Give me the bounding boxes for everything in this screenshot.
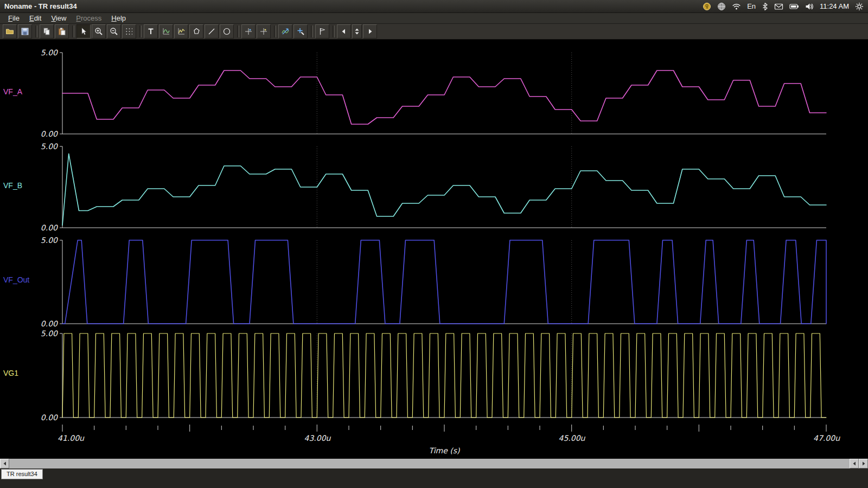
marker-flag-button[interactable] bbox=[315, 24, 329, 38]
waveform-plot-area[interactable]: VF_A VF_B VF_Out VG1 5.00 0.00 5.00 0.00… bbox=[0, 40, 868, 459]
zoom-in-button[interactable] bbox=[92, 24, 106, 38]
paste-icon bbox=[58, 27, 66, 36]
y-tick-label: 0.00 bbox=[0, 413, 58, 422]
axes-cross-blue-icon bbox=[244, 27, 253, 36]
line-icon bbox=[207, 27, 216, 36]
trace-label-vf-a: VF_A bbox=[3, 87, 22, 96]
x-tick-label: 43.00u bbox=[304, 434, 331, 442]
menu-edit[interactable]: Edit bbox=[24, 14, 46, 22]
next-page-button[interactable] bbox=[363, 24, 377, 38]
text-tool-icon bbox=[146, 27, 155, 36]
menu-help[interactable]: Help bbox=[106, 14, 131, 22]
application-window: Noname - TR result34 En 11:24 AM File Ed… bbox=[0, 0, 868, 488]
curve-tool-yellow-button[interactable] bbox=[174, 24, 188, 38]
power-icon[interactable] bbox=[855, 2, 864, 11]
zoom-out-button[interactable] bbox=[107, 24, 121, 38]
copy-button[interactable] bbox=[40, 24, 54, 38]
keyring-icon[interactable] bbox=[703, 2, 711, 11]
curve-tool-green-button[interactable] bbox=[159, 24, 173, 38]
yellow-curve-icon bbox=[177, 27, 186, 36]
scroll-left-button-2[interactable] bbox=[850, 459, 859, 468]
x-tick-label: 47.00u bbox=[813, 434, 840, 442]
polygon-tool-button[interactable] bbox=[189, 24, 203, 38]
toolbar-separator bbox=[72, 25, 74, 37]
zoom-in-icon bbox=[94, 27, 103, 36]
ellipse-tool-button[interactable] bbox=[220, 24, 234, 38]
cursor-arrow-icon bbox=[79, 27, 88, 36]
grid-dots-icon bbox=[125, 27, 133, 36]
tab-tr-result34[interactable]: TR result34 bbox=[1, 469, 43, 479]
ellipse-icon bbox=[222, 27, 231, 36]
scroll-left-icon bbox=[852, 461, 857, 466]
toolbar-separator bbox=[333, 25, 335, 37]
toolbar bbox=[0, 24, 868, 40]
line-tool-button[interactable] bbox=[205, 24, 219, 38]
system-panel: Noname - TR result34 En 11:24 AM bbox=[0, 0, 868, 13]
cursor-select-button[interactable] bbox=[76, 24, 91, 38]
scroll-left-icon bbox=[3, 461, 7, 466]
toolbar-separator bbox=[139, 25, 142, 37]
battery-icon[interactable] bbox=[789, 3, 799, 10]
x-tick-label: 41.00u bbox=[58, 434, 84, 442]
paste-button[interactable] bbox=[55, 24, 69, 38]
y-tick-label: 5.00 bbox=[0, 48, 58, 57]
waveform-canvas[interactable] bbox=[0, 40, 868, 459]
toolbar-separator bbox=[311, 25, 313, 37]
volume-icon[interactable] bbox=[805, 3, 814, 10]
trace-label-vf-b: VF_B bbox=[3, 181, 22, 190]
add-cursor-button[interactable] bbox=[293, 24, 308, 38]
autoscale-icon bbox=[281, 27, 290, 36]
green-curve-icon bbox=[162, 27, 170, 36]
window-title: Noname - TR result34 bbox=[4, 2, 77, 10]
y-tick-label: 5.00 bbox=[0, 329, 58, 338]
left-arrow-icon bbox=[340, 27, 348, 36]
toolbar-separator bbox=[35, 25, 37, 37]
flag-icon bbox=[318, 27, 327, 36]
scroll-right-button[interactable] bbox=[859, 459, 868, 468]
mail-icon[interactable] bbox=[774, 3, 783, 10]
axes-tool-blue-button[interactable] bbox=[241, 24, 256, 38]
text-tool-button[interactable] bbox=[144, 24, 158, 38]
x-tick-label: 45.00u bbox=[559, 434, 585, 442]
open-folder-icon bbox=[5, 27, 14, 36]
menu-bar: File Edit View Process Help bbox=[0, 13, 868, 24]
y-tick-label: 0.00 bbox=[0, 130, 58, 138]
scroll-left-button[interactable] bbox=[0, 459, 9, 468]
axes-tool-yellow-button[interactable] bbox=[257, 24, 271, 38]
horizontal-scrollbar[interactable] bbox=[0, 459, 868, 468]
scroll-right-icon bbox=[861, 461, 866, 466]
y-tick-label: 5.00 bbox=[0, 236, 58, 245]
autoscale-button[interactable] bbox=[278, 24, 292, 38]
grid-button[interactable] bbox=[122, 24, 136, 38]
menu-file[interactable]: File bbox=[3, 14, 24, 22]
clock[interactable]: 11:24 AM bbox=[820, 2, 849, 10]
spinner-arrows-icon bbox=[354, 27, 360, 36]
polygon-icon bbox=[192, 27, 201, 36]
right-arrow-icon bbox=[366, 27, 374, 36]
page-spinner[interactable] bbox=[352, 24, 362, 38]
zoom-out-icon bbox=[110, 27, 118, 36]
menu-view[interactable]: View bbox=[46, 14, 71, 22]
save-disk-icon bbox=[21, 27, 29, 36]
add-cursor-icon bbox=[296, 27, 305, 36]
result-tab-bar: TR result34 bbox=[0, 468, 868, 488]
copy-icon bbox=[42, 27, 51, 36]
open-button[interactable] bbox=[3, 24, 17, 38]
network-icon[interactable] bbox=[717, 2, 726, 11]
y-tick-label: 0.00 bbox=[0, 319, 58, 328]
trace-label-vg1: VG1 bbox=[3, 369, 18, 377]
trace-label-vf-out: VF_Out bbox=[3, 275, 29, 284]
toolbar-separator bbox=[274, 25, 276, 37]
save-button[interactable] bbox=[18, 24, 32, 38]
y-tick-label: 5.00 bbox=[0, 142, 58, 151]
x-axis-title: Time (s) bbox=[10, 446, 868, 455]
system-tray: En 11:24 AM bbox=[703, 2, 864, 11]
prev-page-button[interactable] bbox=[337, 24, 351, 38]
wifi-icon[interactable] bbox=[732, 2, 741, 10]
scrollbar-track[interactable] bbox=[9, 459, 850, 468]
axes-cross-yellow-icon bbox=[259, 27, 268, 36]
bluetooth-icon[interactable] bbox=[762, 2, 768, 11]
toolbar-separator bbox=[237, 25, 239, 37]
y-tick-label: 0.00 bbox=[0, 223, 58, 232]
language-indicator[interactable]: En bbox=[747, 2, 756, 10]
